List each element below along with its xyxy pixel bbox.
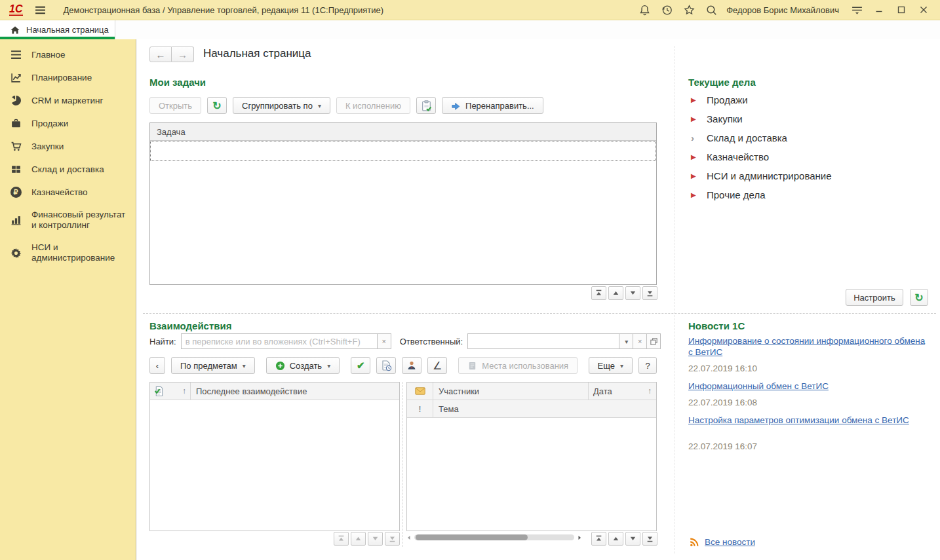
todo-item-warehouse[interactable]: ›Склад и доставка: [691, 128, 832, 147]
responsible-input[interactable]: [467, 333, 619, 349]
find-input[interactable]: [181, 333, 378, 349]
history-button[interactable]: [659, 3, 674, 17]
sidebar-item-nsi[interactable]: НСИ и администрирование: [0, 236, 136, 269]
global-search-button[interactable]: [704, 3, 718, 17]
tasks-table-nav: [591, 286, 657, 300]
to-execute-button[interactable]: К исполнению: [336, 97, 410, 114]
find-clear-button[interactable]: ×: [378, 333, 391, 349]
user-menu-button[interactable]: [850, 3, 864, 17]
scroll-last-button[interactable]: [385, 532, 400, 546]
scroll-last-button[interactable]: [642, 532, 657, 546]
redirect-button[interactable]: Перенаправить...: [442, 97, 543, 114]
sidebar-item-treasury[interactable]: ₽ Казначейство: [0, 181, 136, 204]
chevron-right-icon: ›: [691, 132, 707, 143]
mark-reviewed-button[interactable]: ✔: [351, 357, 370, 374]
scroll-left-icon[interactable]: [406, 535, 412, 540]
responsible-person-button[interactable]: [402, 357, 421, 374]
sidebar-item-warehouse[interactable]: Склад и доставка: [0, 158, 136, 181]
usage-places-button[interactable]: Места использования: [458, 357, 578, 374]
sidebar-item-purchases[interactable]: Закупки: [0, 135, 136, 158]
scroll-up-button[interactable]: [608, 532, 623, 546]
refresh-icon: ↻: [914, 291, 923, 304]
main-menu-button[interactable]: [35, 5, 46, 15]
history-icon: [661, 4, 673, 16]
interactions-table-subheader[interactable]: ! Тема: [407, 400, 656, 418]
back-button[interactable]: ←: [149, 47, 172, 62]
sidebar-item-crm[interactable]: CRM и маркетинг: [0, 89, 136, 112]
clear-icon: ×: [382, 337, 386, 345]
window-title: Демонстрационная база / Управление торго…: [63, 5, 383, 15]
document-clock-icon: [380, 360, 392, 371]
todo-item-nsi[interactable]: ▶НСИ и администрирование: [691, 166, 832, 185]
responsible-open-button[interactable]: [647, 333, 661, 349]
refresh-icon: ↻: [212, 100, 221, 112]
more-button[interactable]: Еще▾: [589, 357, 633, 374]
scrollbar-thumb[interactable]: [416, 534, 528, 540]
forward-button[interactable]: →: [172, 47, 194, 62]
bar-chart-icon: [9, 215, 23, 226]
refresh-tasks-button[interactable]: ↻: [207, 97, 227, 114]
scroll-first-button[interactable]: [591, 286, 606, 300]
columns-splitter[interactable]: [674, 46, 675, 553]
all-news-link[interactable]: Все новости: [705, 537, 755, 547]
subjects-table: ↑ Последнее взаимодействие: [149, 382, 400, 531]
scroll-down-button[interactable]: [368, 532, 383, 546]
collapse-button[interactable]: ‹: [149, 357, 165, 374]
todo-item-sales[interactable]: ▶Продажи: [691, 90, 832, 109]
todo-item-purchases[interactable]: ▶Закупки: [691, 109, 832, 128]
scrollbar-track[interactable]: [414, 534, 574, 540]
scroll-last-button[interactable]: [642, 286, 657, 300]
current-user[interactable]: Федоров Борис Михайлович: [726, 5, 839, 15]
help-button[interactable]: ?: [638, 357, 657, 374]
sections-panel: Главное Планирование CRM и маркетинг Про…: [0, 39, 136, 560]
sidebar-item-planning[interactable]: Планирование: [0, 66, 136, 89]
chevron-left-icon: ‹: [156, 361, 159, 371]
scroll-first-button[interactable]: [334, 532, 349, 546]
scroll-up-button[interactable]: [351, 532, 366, 546]
sidebar-item-sales[interactable]: Продажи: [0, 112, 136, 135]
sidebar-item-finance[interactable]: Финансовый результат и контроллинг: [0, 204, 136, 236]
sort-asc-icon: ↑: [182, 386, 186, 396]
importance-icon: !: [418, 404, 421, 414]
home-icon: [10, 25, 20, 35]
defer-button[interactable]: [376, 357, 396, 374]
interactions-table-header[interactable]: Участники Дата↑: [407, 383, 656, 400]
refresh-todo-button[interactable]: ↻: [910, 289, 928, 306]
minimize-button[interactable]: [868, 2, 890, 18]
subjects-table-header[interactable]: ↑ Последнее взаимодействие: [150, 383, 399, 400]
document-check-icon: [154, 386, 164, 397]
scroll-down-button[interactable]: [625, 286, 640, 300]
create-button[interactable]: Создать▾: [266, 357, 340, 374]
todo-list: ▶Продажи ▶Закупки ›Склад и доставка ▶Каз…: [691, 90, 832, 204]
by-subjects-button[interactable]: По предметам▾: [171, 357, 255, 374]
tables-splitter[interactable]: [402, 382, 402, 547]
tab-home[interactable]: Начальная страница: [0, 20, 115, 39]
scroll-first-button[interactable]: [591, 532, 606, 546]
scroll-right-icon[interactable]: [577, 535, 582, 540]
group-by-button[interactable]: Сгруппировать по▾: [233, 97, 330, 114]
usage-document-icon: [467, 361, 477, 371]
close-button[interactable]: [912, 2, 935, 18]
news-link[interactable]: Настройка параметров оптимизации обмена …: [688, 415, 927, 426]
configure-button[interactable]: Настроить: [846, 289, 903, 306]
sidebar-item-main[interactable]: Главное: [0, 43, 136, 66]
favorites-button[interactable]: [682, 3, 696, 17]
scroll-down-button[interactable]: [625, 532, 640, 546]
open-task-button[interactable]: Открыть: [149, 97, 201, 114]
scroll-up-button[interactable]: [608, 286, 623, 300]
tasks-column-header[interactable]: Задача: [150, 123, 656, 141]
maximize-button[interactable]: [890, 2, 912, 18]
notifications-button[interactable]: [637, 3, 652, 17]
angle-icon: ∠: [433, 360, 442, 372]
angle-button[interactable]: ∠: [427, 357, 447, 374]
news-link[interactable]: Информирование о состоянии информационно…: [688, 335, 927, 358]
accept-task-button[interactable]: [416, 97, 436, 114]
responsible-dropdown-button[interactable]: ▾: [619, 333, 633, 349]
todo-item-treasury[interactable]: ▶Казначейство: [691, 147, 832, 166]
horizontal-scrollbar: [406, 533, 582, 542]
news-link[interactable]: Информационный обмен с ВетИС: [688, 381, 927, 392]
responsible-clear-button[interactable]: ×: [633, 333, 647, 349]
task-selected-row[interactable]: [150, 141, 656, 161]
menu-lines-arrow-icon: [851, 5, 863, 15]
todo-item-other[interactable]: ▶Прочие дела: [691, 185, 832, 204]
